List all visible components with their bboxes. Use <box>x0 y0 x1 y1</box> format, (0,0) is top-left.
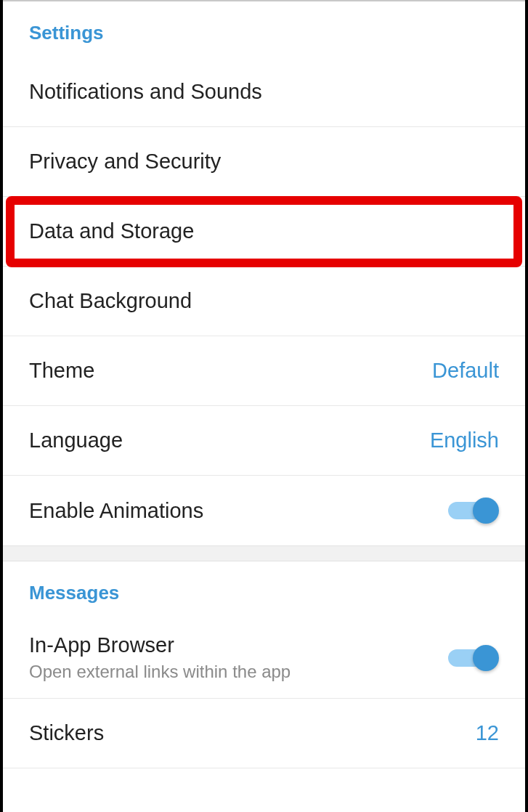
toggle-in-app-browser[interactable] <box>448 645 499 671</box>
row-privacy-security[interactable]: Privacy and Security <box>3 127 525 197</box>
row-language[interactable]: Language English <box>3 406 525 476</box>
toggle-thumb <box>473 498 499 524</box>
row-label: Chat Background <box>29 289 192 313</box>
row-in-app-browser[interactable]: In-App Browser Open external links withi… <box>3 617 525 699</box>
section-header-messages: Messages <box>3 561 525 617</box>
section-divider <box>3 545 525 561</box>
row-chat-background[interactable]: Chat Background <box>3 267 525 336</box>
row-value-language: English <box>430 429 499 452</box>
row-label: Stickers <box>29 721 104 745</box>
row-value-stickers: 12 <box>476 721 499 745</box>
section-header-settings: Settings <box>3 1 525 57</box>
row-notifications-sounds[interactable]: Notifications and Sounds <box>3 57 525 127</box>
row-stickers[interactable]: Stickers 12 <box>3 699 525 768</box>
row-label: Theme <box>29 359 94 383</box>
row-label: Data and Storage <box>29 219 194 243</box>
row-text: In-App Browser Open external links withi… <box>29 633 291 682</box>
row-label: Language <box>29 429 123 452</box>
row-label: Notifications and Sounds <box>29 80 262 104</box>
row-subtitle: Open external links within the app <box>29 662 291 682</box>
row-label: In-App Browser <box>29 633 291 657</box>
toggle-enable-animations[interactable] <box>448 498 499 524</box>
row-enable-animations[interactable]: Enable Animations <box>3 476 525 545</box>
row-value-theme: Default <box>432 359 499 383</box>
toggle-thumb <box>473 645 499 671</box>
settings-screen: Settings Notifications and Sounds Privac… <box>3 0 525 812</box>
row-data-storage[interactable]: Data and Storage <box>3 197 525 267</box>
row-label: Privacy and Security <box>29 150 221 174</box>
row-theme[interactable]: Theme Default <box>3 336 525 406</box>
row-label: Enable Animations <box>29 499 203 523</box>
